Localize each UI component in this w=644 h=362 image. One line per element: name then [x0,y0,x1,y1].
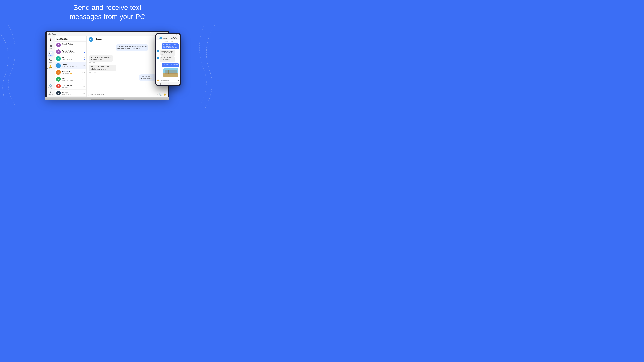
avatar-abigail2: A [56,49,61,54]
compose-button[interactable]: ✏ [82,37,85,40]
avatar-kate: K [56,56,61,61]
sidebar-item-notifications[interactable]: 🔔 Notifications [48,64,54,70]
sidebar-item-downloads[interactable]: ⬇ Downloads [48,90,54,96]
messages-panel-title: Messages [56,37,68,40]
phone-more-icon[interactable]: ⋮ [178,37,179,39]
contact-name: Michael [62,91,81,93]
contact-item-chase[interactable]: C Chase I'll be free after 15:00 at Sat … [55,62,86,69]
contact-preview: I still dont see it [62,59,80,60]
contact-item-abigail2[interactable]: A Abigail Tetteh Chocolate cake da! 11:2… [55,48,86,55]
contact-preview: So lets do it tmrw [62,79,80,81]
contact-name: Abigail Tetteh [62,43,81,45]
contact-time: 14:04 [82,44,85,46]
sidebar-label-gallery: Gallery [49,48,52,49]
phone-icon: 📱 [49,38,52,41]
hero-line2: messages from your PC [70,13,145,21]
phone-nav-home[interactable]: ○ [168,83,168,85]
phone-mockup: 12:25 ▪▪▪ wifi 🔋 ← Chase 📹 📞 🔍 ⋮ [155,33,181,86]
phone-nav-menu[interactable]: ||| [160,83,161,85]
phone-header-icons: 📹 📞 🔍 ⋮ [171,37,179,39]
contact-meta: 11:00 [82,65,85,66]
gallery-icon: 🖼 [50,45,52,48]
laptop-base [45,97,170,100]
hero-section: Send and receive text messages from your… [0,3,215,21]
sidebar-label-notifications: Notifications [47,68,54,69]
contact-list: A Abigail Tetteh No way! 14:04 A [55,41,86,97]
contact-meta: 10:56 [82,72,85,73]
contact-item-brittany[interactable]: B Britanny B No problem 😊 10:56 [55,69,86,76]
contact-preview: I'll be free after 15:00 at Sat and will… [62,66,80,67]
avatar-chase: C [56,63,61,68]
phone-nav-back[interactable]: ◁ [176,83,177,85]
contact-meta: 10:27 [82,79,85,80]
phone-contact-name: Chase [162,37,170,39]
message-bubble-sent: Hey! What new? We wanna have barbeque th… [116,44,148,51]
contact-name: Mark [62,78,81,79]
wifi-icon: wifi [175,34,177,35]
sidebar-label-calls: Calls [49,61,52,63]
contact-meta: 09:00 [82,85,85,87]
contact-preview: Call him. [62,86,80,88]
contact-item-mark[interactable]: M Mark So lets do it tmrw 10:27 [55,76,86,83]
phone-avatar-sm-2 [157,57,160,59]
unread-indicator [84,52,85,53]
sidebar-item-settings[interactable]: ⚙️ Settings [48,83,54,89]
contact-meta: 08:55 [82,92,85,94]
chat-contact-avatar: C [88,37,93,42]
phone-input-bar: 😊 ⚙ 🎤 [156,78,180,82]
phone-message-sent: Hey! What new? We wanna have barbeque th… [162,43,179,49]
chat-header-left: C Chase [88,37,102,42]
contact-preview: No way! [62,45,80,47]
contact-item-michael[interactable]: M Michael Sure! I'll come 08:55 [55,90,86,96]
message-bubble-received: Hi! Great idea, i'm with you. Do you nee… [89,55,113,62]
battery-icon: 🔋 [177,34,179,35]
contact-info-charles: Charles Asare Call him. [62,84,81,88]
contact-preview: Sure! I'll come [62,93,80,95]
title-bar: Intel Unison — □ ✕ [46,32,168,36]
message-timestamp: Sat 11:00 AM [89,62,126,63]
avatar-charles: C [56,84,61,88]
calls-icon: 📞 [49,58,52,61]
phone-status-bar: 12:25 ▪▪▪ wifi 🔋 [156,34,180,36]
contact-item-kate[interactable]: K Kate I still dont see it 11:02 [55,55,86,62]
contact-item-charles[interactable]: C Charles Asare Call him. 09:00 [55,83,86,90]
contact-info-brittany: Britanny B No problem 😊 [62,71,81,74]
phone-contact-avatar [160,37,162,39]
contact-name: Kate [62,57,81,59]
phone-send-icon[interactable]: ⚙ [178,79,180,81]
contact-name: Chase [62,64,81,66]
sidebar-item-gallery[interactable]: 🖼 Gallery [48,44,54,50]
app-window: Intel Unison — □ ✕ 📱 My phone [46,32,168,97]
message-input[interactable] [88,93,158,96]
phone-avatar-sm [157,50,160,52]
messages-panel: Messages ✏ A Abigail Tetteh No way! [55,36,86,97]
contact-meta: 11:23 [82,50,85,53]
contact-time: 10:56 [82,72,85,73]
phone-image-message [163,68,178,77]
phone-back-button[interactable]: ← [158,37,159,39]
contact-preview: No problem 😊 [62,72,80,74]
emoji-button[interactable]: 😊 [163,93,166,96]
phone-message-received-2: I'll be free after 3:00pm at Sat and wil… [157,56,179,62]
avatar-michael: M [56,91,61,95]
phone-emoji-icon[interactable]: 😊 [157,79,159,81]
phone-outer: 12:25 ▪▪▪ wifi 🔋 ← Chase 📹 📞 🔍 ⋮ [155,33,181,86]
phone-status-icons: ▪▪▪ wifi 🔋 [173,34,179,35]
sidebar-item-myphone[interactable]: 📱 My phone [48,37,54,43]
sidebar-label-settings: Settings [48,87,53,88]
sidebar-item-messages[interactable]: 💬 Messages [48,51,54,57]
contact-name: Abigail Tetteh [62,50,81,52]
sidebar-label-messages: Messages [48,55,53,56]
notifications-icon: 🔔 [49,65,52,68]
attachment-button[interactable]: 📎 [159,93,162,96]
phone-call-icon[interactable]: 📞 [173,37,175,39]
contact-item-abigail1[interactable]: A Abigail Tetteh No way! 14:04 [55,41,86,48]
message-bubble-sent: Cool! See you on our new deck 🎉 [139,74,156,81]
sidebar-item-calls[interactable]: 📞 Calls [48,57,54,63]
settings-icon: ⚙️ [49,84,52,87]
message-text: I'll be free after 3:00pm at Sat and wil… [90,66,113,70]
phone-search-icon[interactable]: 🔍 [175,37,177,39]
app-title: Intel Unison [48,33,57,35]
phone-chat-input[interactable] [160,79,178,81]
phone-video-icon[interactable]: 📹 [171,37,172,39]
